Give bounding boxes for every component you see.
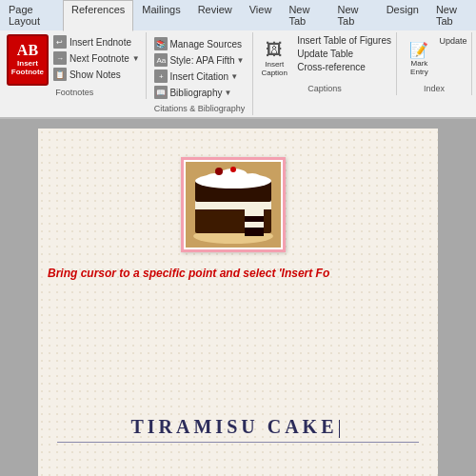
ab-icon: AB — [17, 43, 38, 58]
ribbon-tab-bar: Page Layout References Mailings Review V… — [0, 0, 476, 30]
update-index-label: Update — [439, 36, 466, 46]
document-image[interactable] — [181, 157, 286, 252]
style-button[interactable]: Aa Style: APA Fifth ▼ — [151, 52, 247, 68]
show-notes-icon: 📋 — [53, 68, 67, 81]
tab-mailings[interactable]: Mailings — [133, 0, 188, 30]
mark-entry-icon: 📝 — [409, 41, 428, 59]
next-footnote-icon: → — [53, 51, 67, 65]
update-table-button[interactable]: Update Table — [295, 48, 393, 60]
insert-caption-button[interactable]: 🖼 Insert Caption — [256, 34, 292, 82]
document-page[interactable]: Bring cursor to a specific point and sel… — [38, 129, 438, 476]
document-title[interactable]: TIRAMISU CAKE| — [57, 416, 419, 443]
footnotes-group: AB InsertFootnote ↩ Insert Endnote → Nex… — [4, 32, 147, 99]
insert-table-figures-button[interactable]: Insert Table of Figures — [295, 34, 393, 47]
manage-sources-button[interactable]: 📚 Manage Sources — [151, 36, 247, 51]
tab-references[interactable]: References — [63, 0, 133, 31]
bibliography-icon: 📖 — [154, 86, 168, 99]
caption-icon: 🖼 — [266, 40, 283, 60]
svg-rect-15 — [245, 228, 264, 236]
insert-citation-button[interactable]: + Insert Citation ▼ — [151, 69, 241, 84]
tab-design[interactable]: Design — [378, 0, 427, 30]
captions-group-label: Captions — [307, 84, 342, 93]
style-icon: Aa — [154, 53, 168, 67]
insert-citation-arrow: ▼ — [230, 72, 238, 81]
instruction-text: Bring cursor to a specific point and sel… — [48, 267, 428, 280]
title-text: TIRAMISU CAKE — [130, 416, 337, 437]
insert-footnote-button[interactable]: AB InsertFootnote — [7, 34, 49, 86]
svg-rect-12 — [245, 209, 264, 216]
show-notes-button[interactable]: 📋 Show Notes — [50, 67, 143, 82]
ribbon: Page Layout References Mailings Review V… — [0, 0, 476, 119]
citations-group-label: Citations & Bibliography — [154, 104, 246, 113]
caption-small-buttons: Insert Table of Figures Update Table Cro… — [295, 34, 393, 73]
next-footnote-button[interactable]: → Next Footnote ▼ — [50, 50, 143, 66]
ribbon-content: AB InsertFootnote ↩ Insert Endnote → Nex… — [0, 30, 476, 118]
tab-newtab3[interactable]: New Tab — [427, 0, 476, 30]
svg-point-10 — [230, 167, 236, 172]
style-arrow: ▼ — [237, 56, 245, 65]
bibliography-arrow: ▼ — [224, 89, 231, 97]
footnote-small-buttons: ↩ Insert Endnote → Next Footnote ▼ 📋 Sho… — [50, 34, 143, 82]
svg-point-9 — [215, 168, 223, 175]
cake-svg — [186, 162, 281, 248]
manage-sources-icon: 📚 — [154, 37, 168, 50]
tab-newtab2[interactable]: New Tab — [329, 0, 378, 30]
mark-entry-label: Mark Entry — [401, 59, 437, 76]
svg-rect-13 — [245, 216, 264, 222]
captions-group: 🖼 Insert Caption Insert Table of Figures… — [253, 32, 397, 95]
endnote-icon: ↩ — [53, 35, 67, 49]
insert-footnote-label: InsertFootnote — [11, 60, 44, 77]
cursor: | — [338, 416, 346, 437]
tab-view[interactable]: View — [241, 0, 281, 30]
tab-page-layout[interactable]: Page Layout — [0, 0, 63, 30]
cake-image — [186, 162, 281, 248]
mark-entry-button[interactable]: 📝 Mark Entry — [401, 34, 437, 82]
svg-rect-14 — [245, 222, 264, 228]
tab-newtab1[interactable]: New Tab — [280, 0, 328, 30]
tab-review[interactable]: Review — [189, 0, 241, 30]
insert-endnote-button[interactable]: ↩ Insert Endnote — [50, 34, 143, 50]
insert-caption-label: Insert Caption — [258, 60, 290, 77]
footnotes-group-label: Footnotes — [55, 88, 93, 97]
bibliography-button[interactable]: 📖 Bibliography ▼ — [151, 85, 247, 100]
index-group: 📝 Mark Entry Update Index — [397, 32, 472, 95]
citations-group: 📚 Manage Sources Aa Style: APA Fifth ▼ +… — [147, 32, 254, 115]
index-group-label: Index — [424, 84, 445, 93]
insert-citation-icon: + — [154, 69, 168, 83]
next-footnote-arrow: ▼ — [132, 54, 140, 63]
document-area: Bring cursor to a specific point and sel… — [0, 119, 476, 476]
cross-reference-button[interactable]: Cross-reference — [295, 61, 393, 73]
